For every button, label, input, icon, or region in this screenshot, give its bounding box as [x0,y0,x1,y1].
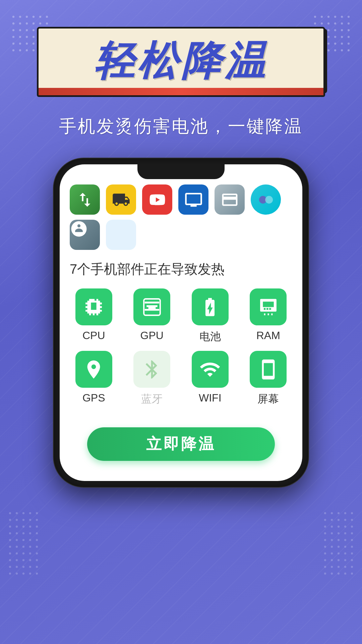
phone-notch [137,164,225,179]
cpu-icon-bg [75,288,112,325]
bluetooth-label: 蓝牙 [141,392,163,407]
app-icon-youtube[interactable] [142,184,172,215]
bluetooth-icon-bg [133,351,170,388]
component-wifi[interactable]: WIFI [184,351,236,407]
subtitle: 手机发烫伤害电池，一键降温 [59,115,303,138]
app-icon-transfer[interactable] [70,184,100,215]
battery-icon-bg [192,288,229,325]
component-gpu[interactable]: GPU [126,288,178,344]
component-ram[interactable]: RAM [243,288,294,344]
app-icon-blank[interactable] [106,220,136,250]
title-banner: 轻松降温 [37,27,325,91]
svg-point-1 [265,196,273,204]
heat-warning-text: 7个手机部件正在导致发热 [60,257,302,285]
gpu-icon-bg [133,288,170,325]
app-icons-row-2 [60,220,302,257]
phone-screen: 7个手机部件正在导致发热 CPU [60,164,302,481]
cool-down-button[interactable]: 立即降温 [87,427,275,461]
cool-down-button-label: 立即降温 [146,434,216,454]
phone-frame: 7个手机部件正在导致发热 CPU [54,158,308,487]
gps-label: GPS [82,392,105,404]
component-cpu[interactable]: CPU [68,288,120,344]
screen-icon-bg [250,351,287,388]
cpu-label: CPU [82,329,105,342]
component-gps[interactable]: GPS [68,351,120,407]
wifi-label: WIFI [199,392,222,404]
component-screen[interactable]: 屏幕 [243,351,294,407]
app-icon-tv[interactable] [178,184,208,215]
app-icon-truck[interactable] [106,184,136,215]
app-icon-unionpay[interactable] [215,184,245,215]
gps-icon-bg [75,351,112,388]
main-content: 轻松降温 手机发烫伤害电池，一键降温 [0,0,362,644]
ram-icon-bg [250,288,287,325]
app-icon-robot[interactable] [70,220,100,250]
gpu-label: GPU [140,329,164,342]
wifi-icon-bg [192,351,229,388]
battery-label: 电池 [199,329,221,344]
phone-mockup: 7个手机部件正在导致发热 CPU [54,158,308,500]
component-battery[interactable]: 电池 [184,288,236,344]
component-grid: CPU GPU [60,285,302,410]
app-icon-toggle[interactable] [251,184,281,215]
screen-label: 屏幕 [257,392,279,407]
component-bluetooth[interactable]: 蓝牙 [126,351,178,407]
ram-label: RAM [256,329,280,342]
title-text: 轻松降温 [52,39,310,83]
